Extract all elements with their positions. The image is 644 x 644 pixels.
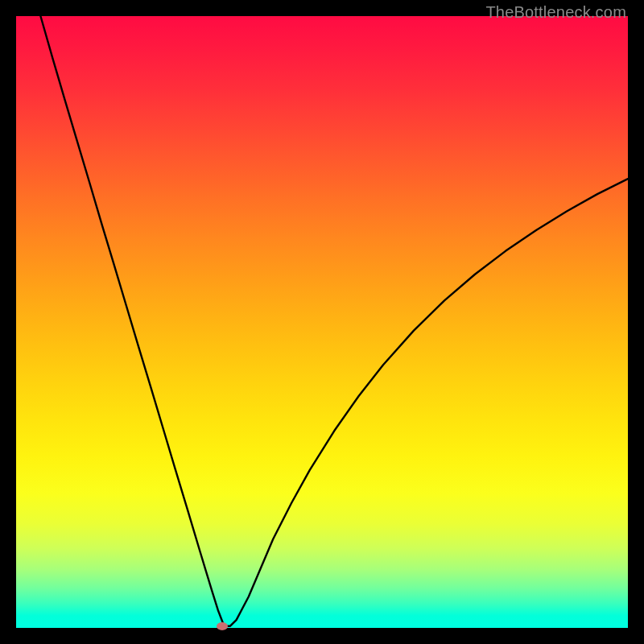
chart-frame: TheBottleneck.com	[0, 0, 644, 644]
watermark-text: TheBottleneck.com	[485, 3, 626, 22]
plot-area	[16, 16, 628, 628]
optimal-point-marker	[217, 622, 228, 630]
bottleneck-curve	[16, 16, 628, 628]
